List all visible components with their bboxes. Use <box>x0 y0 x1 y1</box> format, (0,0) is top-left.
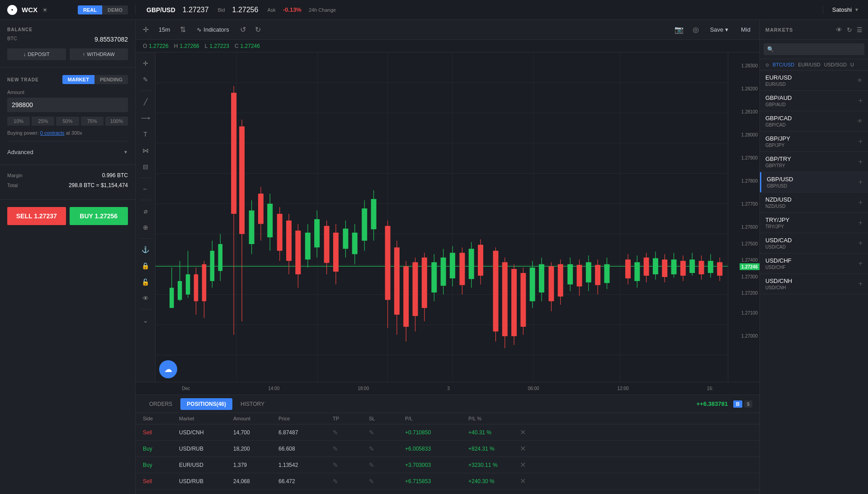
row4-close-button[interactable]: ✕ <box>514 477 532 485</box>
market-sub-gbpusd: GBP/USD <box>767 183 793 188</box>
positions-tab[interactable]: POSITIONS(46) <box>180 398 232 410</box>
compare-icon[interactable]: ⇅ <box>178 24 188 36</box>
target-icon[interactable]: ◎ <box>691 24 701 36</box>
market-item-gbpjpy[interactable]: GBP/JPY GBP/JPY + <box>760 132 868 152</box>
camera-icon[interactable]: 📷 <box>673 24 685 36</box>
pct-25-button[interactable]: 25% <box>32 117 54 126</box>
search-input[interactable] <box>764 43 864 55</box>
row2-sl-edit[interactable]: ✎ <box>369 445 405 452</box>
table-row: Sell USD/RUB 24,068 66.472 ✎ ✎ +6.715853… <box>136 473 760 489</box>
eye-markets-icon[interactable]: 👁 <box>836 26 842 33</box>
b-badge[interactable]: B <box>733 400 742 408</box>
row2-close-button[interactable]: ✕ <box>514 444 532 453</box>
pinned-eurusd[interactable]: EUR/USD <box>798 62 821 67</box>
mid-button[interactable]: Mid <box>737 24 754 35</box>
row3-close-button[interactable]: ✕ <box>514 461 532 469</box>
redo-icon[interactable]: ↻ <box>253 24 263 36</box>
market-item-usdchf[interactable]: USD/CHF USD/CHF + <box>760 254 868 274</box>
market-item-gbpaud[interactable]: GBP/AUD GBP/AUD + <box>760 91 868 111</box>
ask-label: Ask <box>267 7 275 13</box>
pinned-usdsgd[interactable]: USD/SGD <box>824 62 847 67</box>
brush-tool-icon[interactable]: ✎ <box>138 72 153 87</box>
buy-button[interactable]: BUY 1.27256 <box>70 207 128 225</box>
row4-sl-edit[interactable]: ✎ <box>369 478 405 485</box>
add-gbpaud-icon[interactable]: + <box>859 97 863 105</box>
contracts-link[interactable]: 0 contracts <box>40 130 65 136</box>
market-item-gbptry[interactable]: GBP/TRY GBP/TRY + <box>760 152 868 172</box>
pending-button[interactable]: PENDING <box>94 75 128 84</box>
refresh-icon[interactable]: ↻ <box>847 26 852 33</box>
row3-sl-edit[interactable]: ✎ <box>369 461 405 469</box>
row4-tp-edit[interactable]: ✎ <box>333 478 369 485</box>
lock-icon[interactable]: 🔒 <box>138 259 153 273</box>
deposit-button[interactable]: ↓ DEPOSIT <box>7 48 66 60</box>
shape-icon[interactable]: ⋈ <box>138 143 153 158</box>
channel-icon[interactable]: ⊟ <box>138 160 153 174</box>
row1-tp-edit[interactable]: ✎ <box>333 429 369 436</box>
text-icon[interactable]: T <box>138 127 153 141</box>
user-area[interactable]: Satoshi ▼ <box>823 6 868 13</box>
market-item-eurusd[interactable]: EUR/USD EUR/USD 👁 <box>760 71 868 91</box>
row2-tp-edit[interactable]: ✎ <box>333 445 369 452</box>
sell-button[interactable]: SELL 1.27237 <box>7 207 66 225</box>
pinned-u[interactable]: U <box>850 62 854 67</box>
add-gbpusd-icon[interactable]: + <box>859 178 863 186</box>
pct-50-button[interactable]: 50% <box>56 117 79 126</box>
unlock-icon[interactable]: 🔓 <box>138 275 153 289</box>
s-badge[interactable]: $ <box>744 400 752 408</box>
add-tryjpy-icon[interactable]: + <box>859 219 863 227</box>
row1-close-button[interactable]: ✕ <box>514 428 532 437</box>
visibility-eurusd-icon[interactable]: 👁 <box>857 77 863 84</box>
add-usdcnh-icon[interactable]: + <box>859 280 863 288</box>
orders-tab[interactable]: ORDERS <box>143 398 179 410</box>
row1-sl-edit[interactable]: ✎ <box>369 429 405 436</box>
svg-rect-20 <box>178 281 182 300</box>
indicators-button[interactable]: ∿ Indicators <box>193 24 232 35</box>
arrow-left-icon[interactable]: ← <box>138 182 153 196</box>
ruler-icon[interactable]: ⌀ <box>138 204 153 218</box>
trend-line-icon[interactable]: ╱ <box>138 94 153 109</box>
add-nzdusd-icon[interactable]: + <box>859 198 863 207</box>
pct-10-button[interactable]: 10% <box>7 117 30 126</box>
market-item-gbpusd[interactable]: GBP/USD GBP/USD + <box>760 172 868 193</box>
add-gbpjpy-icon[interactable]: + <box>859 137 863 146</box>
undo-icon[interactable]: ↺ <box>238 24 248 36</box>
menu-icon[interactable]: ☰ <box>857 26 863 33</box>
svg-rect-46 <box>295 231 301 274</box>
pct-100-button[interactable]: 100% <box>105 117 128 126</box>
chevron-down-tool-icon[interactable]: ⌄ <box>138 313 153 328</box>
advanced-toggle[interactable]: Advanced ▼ <box>7 147 128 157</box>
market-left-tryjpy: TRY/JPY TRY/JPY <box>765 216 789 229</box>
market-button[interactable]: MARKET <box>62 75 94 84</box>
market-item-usdcad[interactable]: USD/CAD USD/CAD + <box>760 233 868 254</box>
cloud-icon[interactable]: ☁ <box>159 360 177 378</box>
zoom-in-icon[interactable]: ⊕ <box>138 220 153 235</box>
add-usdcad-icon[interactable]: + <box>859 239 863 247</box>
markets-icons: 👁 ↻ ☰ <box>836 26 863 33</box>
save-button[interactable]: Save ▾ <box>706 24 732 35</box>
amount-input[interactable] <box>7 98 128 112</box>
withdraw-button[interactable]: ↑ WITHDRAW <box>70 48 128 60</box>
magnet-icon[interactable]: ⚓ <box>138 242 153 257</box>
eye-tool-icon[interactable]: 👁 <box>138 291 153 306</box>
theme-toggle-icon[interactable]: ☀ <box>42 6 48 14</box>
crosshair-tool-icon[interactable]: ✛ <box>138 56 153 71</box>
market-item-tryjpy[interactable]: TRY/JPY TRY/JPY + <box>760 213 868 233</box>
market-item-gbpcad[interactable]: GBP/CAD GBP/CAD 👁 <box>760 111 868 132</box>
pinned-btcusd[interactable]: BTC/USD <box>773 62 794 67</box>
timeframe-button[interactable]: 15m <box>156 24 173 35</box>
history-tab[interactable]: HISTORY <box>234 398 271 410</box>
pct-75-button[interactable]: 75% <box>81 117 104 126</box>
row3-tp-edit[interactable]: ✎ <box>333 461 369 469</box>
add-usdchf-icon[interactable]: + <box>859 259 863 268</box>
ray-icon[interactable]: ⟶ <box>138 111 153 125</box>
crosshair-icon[interactable]: ✛ <box>141 24 151 36</box>
demo-mode-button[interactable]: DEMO <box>102 5 128 14</box>
market-item-usdcnh[interactable]: USD/CNH USD/CNH + <box>760 274 868 294</box>
chart-canvas[interactable]: ☁ <box>156 52 728 382</box>
market-item-nzdusd[interactable]: NZD/USD NZD/USD + <box>760 193 868 213</box>
real-mode-button[interactable]: REAL <box>78 5 102 14</box>
add-gbptry-icon[interactable]: + <box>859 158 863 166</box>
market-left-usdchf: USD/CHF USD/CHF <box>765 257 792 270</box>
visibility-gbpcad-icon[interactable]: 👁 <box>857 118 863 124</box>
